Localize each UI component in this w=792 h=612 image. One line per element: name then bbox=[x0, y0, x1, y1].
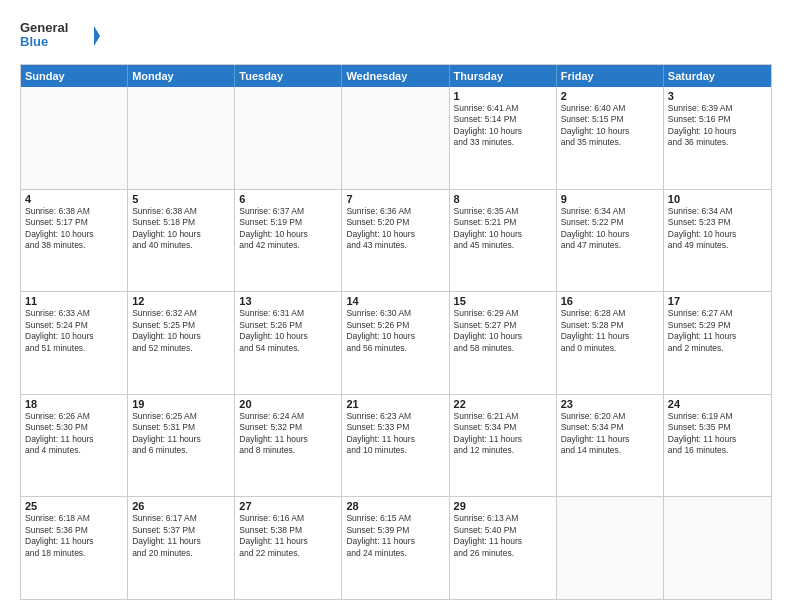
cal-header-cell: Friday bbox=[557, 65, 664, 87]
cal-cell: 22Sunrise: 6:21 AM Sunset: 5:34 PM Dayli… bbox=[450, 395, 557, 497]
svg-marker-2 bbox=[94, 26, 100, 46]
cell-info: Sunrise: 6:38 AM Sunset: 5:18 PM Dayligh… bbox=[132, 206, 230, 252]
cal-cell: 25Sunrise: 6:18 AM Sunset: 5:36 PM Dayli… bbox=[21, 497, 128, 599]
cal-row: 18Sunrise: 6:26 AM Sunset: 5:30 PM Dayli… bbox=[21, 394, 771, 497]
cell-info: Sunrise: 6:34 AM Sunset: 5:23 PM Dayligh… bbox=[668, 206, 767, 252]
cal-row: 25Sunrise: 6:18 AM Sunset: 5:36 PM Dayli… bbox=[21, 496, 771, 599]
cal-cell: 7Sunrise: 6:36 AM Sunset: 5:20 PM Daylig… bbox=[342, 190, 449, 292]
calendar: SundayMondayTuesdayWednesdayThursdayFrid… bbox=[20, 64, 772, 600]
cal-cell bbox=[664, 497, 771, 599]
page: General Blue SundayMondayTuesdayWednesda… bbox=[0, 0, 792, 612]
cal-cell: 8Sunrise: 6:35 AM Sunset: 5:21 PM Daylig… bbox=[450, 190, 557, 292]
day-number: 6 bbox=[239, 193, 337, 205]
day-number: 22 bbox=[454, 398, 552, 410]
cell-info: Sunrise: 6:23 AM Sunset: 5:33 PM Dayligh… bbox=[346, 411, 444, 457]
cal-cell: 18Sunrise: 6:26 AM Sunset: 5:30 PM Dayli… bbox=[21, 395, 128, 497]
cal-cell: 24Sunrise: 6:19 AM Sunset: 5:35 PM Dayli… bbox=[664, 395, 771, 497]
cell-info: Sunrise: 6:31 AM Sunset: 5:26 PM Dayligh… bbox=[239, 308, 337, 354]
cell-info: Sunrise: 6:41 AM Sunset: 5:14 PM Dayligh… bbox=[454, 103, 552, 149]
cell-info: Sunrise: 6:37 AM Sunset: 5:19 PM Dayligh… bbox=[239, 206, 337, 252]
cell-info: Sunrise: 6:40 AM Sunset: 5:15 PM Dayligh… bbox=[561, 103, 659, 149]
calendar-header: SundayMondayTuesdayWednesdayThursdayFrid… bbox=[21, 65, 771, 87]
cal-cell: 21Sunrise: 6:23 AM Sunset: 5:33 PM Dayli… bbox=[342, 395, 449, 497]
cell-info: Sunrise: 6:19 AM Sunset: 5:35 PM Dayligh… bbox=[668, 411, 767, 457]
day-number: 18 bbox=[25, 398, 123, 410]
cal-row: 4Sunrise: 6:38 AM Sunset: 5:17 PM Daylig… bbox=[21, 189, 771, 292]
calendar-body: 1Sunrise: 6:41 AM Sunset: 5:14 PM Daylig… bbox=[21, 87, 771, 599]
cal-header-cell: Tuesday bbox=[235, 65, 342, 87]
header: General Blue bbox=[20, 16, 772, 56]
cal-cell: 4Sunrise: 6:38 AM Sunset: 5:17 PM Daylig… bbox=[21, 190, 128, 292]
cell-info: Sunrise: 6:21 AM Sunset: 5:34 PM Dayligh… bbox=[454, 411, 552, 457]
cell-info: Sunrise: 6:34 AM Sunset: 5:22 PM Dayligh… bbox=[561, 206, 659, 252]
cal-cell: 15Sunrise: 6:29 AM Sunset: 5:27 PM Dayli… bbox=[450, 292, 557, 394]
day-number: 5 bbox=[132, 193, 230, 205]
cal-cell bbox=[21, 87, 128, 189]
cell-info: Sunrise: 6:35 AM Sunset: 5:21 PM Dayligh… bbox=[454, 206, 552, 252]
cell-info: Sunrise: 6:30 AM Sunset: 5:26 PM Dayligh… bbox=[346, 308, 444, 354]
cal-header-cell: Sunday bbox=[21, 65, 128, 87]
day-number: 7 bbox=[346, 193, 444, 205]
day-number: 11 bbox=[25, 295, 123, 307]
cal-cell: 3Sunrise: 6:39 AM Sunset: 5:16 PM Daylig… bbox=[664, 87, 771, 189]
day-number: 1 bbox=[454, 90, 552, 102]
cal-header-cell: Thursday bbox=[450, 65, 557, 87]
day-number: 17 bbox=[668, 295, 767, 307]
day-number: 23 bbox=[561, 398, 659, 410]
cal-cell: 14Sunrise: 6:30 AM Sunset: 5:26 PM Dayli… bbox=[342, 292, 449, 394]
day-number: 13 bbox=[239, 295, 337, 307]
day-number: 12 bbox=[132, 295, 230, 307]
day-number: 26 bbox=[132, 500, 230, 512]
cal-cell: 11Sunrise: 6:33 AM Sunset: 5:24 PM Dayli… bbox=[21, 292, 128, 394]
cal-cell: 9Sunrise: 6:34 AM Sunset: 5:22 PM Daylig… bbox=[557, 190, 664, 292]
cal-cell: 17Sunrise: 6:27 AM Sunset: 5:29 PM Dayli… bbox=[664, 292, 771, 394]
day-number: 21 bbox=[346, 398, 444, 410]
cell-info: Sunrise: 6:18 AM Sunset: 5:36 PM Dayligh… bbox=[25, 513, 123, 559]
cal-cell: 13Sunrise: 6:31 AM Sunset: 5:26 PM Dayli… bbox=[235, 292, 342, 394]
cal-cell: 20Sunrise: 6:24 AM Sunset: 5:32 PM Dayli… bbox=[235, 395, 342, 497]
cell-info: Sunrise: 6:24 AM Sunset: 5:32 PM Dayligh… bbox=[239, 411, 337, 457]
cal-cell bbox=[128, 87, 235, 189]
cell-info: Sunrise: 6:25 AM Sunset: 5:31 PM Dayligh… bbox=[132, 411, 230, 457]
cell-info: Sunrise: 6:27 AM Sunset: 5:29 PM Dayligh… bbox=[668, 308, 767, 354]
cal-header-cell: Wednesday bbox=[342, 65, 449, 87]
day-number: 19 bbox=[132, 398, 230, 410]
cal-cell: 29Sunrise: 6:13 AM Sunset: 5:40 PM Dayli… bbox=[450, 497, 557, 599]
cal-cell: 10Sunrise: 6:34 AM Sunset: 5:23 PM Dayli… bbox=[664, 190, 771, 292]
cell-info: Sunrise: 6:20 AM Sunset: 5:34 PM Dayligh… bbox=[561, 411, 659, 457]
day-number: 28 bbox=[346, 500, 444, 512]
cell-info: Sunrise: 6:38 AM Sunset: 5:17 PM Dayligh… bbox=[25, 206, 123, 252]
cal-cell: 27Sunrise: 6:16 AM Sunset: 5:38 PM Dayli… bbox=[235, 497, 342, 599]
day-number: 9 bbox=[561, 193, 659, 205]
day-number: 29 bbox=[454, 500, 552, 512]
day-number: 24 bbox=[668, 398, 767, 410]
cell-info: Sunrise: 6:39 AM Sunset: 5:16 PM Dayligh… bbox=[668, 103, 767, 149]
cal-cell bbox=[235, 87, 342, 189]
cal-cell: 2Sunrise: 6:40 AM Sunset: 5:15 PM Daylig… bbox=[557, 87, 664, 189]
cal-row: 1Sunrise: 6:41 AM Sunset: 5:14 PM Daylig… bbox=[21, 87, 771, 189]
cal-cell: 6Sunrise: 6:37 AM Sunset: 5:19 PM Daylig… bbox=[235, 190, 342, 292]
day-number: 10 bbox=[668, 193, 767, 205]
cell-info: Sunrise: 6:29 AM Sunset: 5:27 PM Dayligh… bbox=[454, 308, 552, 354]
cal-cell: 5Sunrise: 6:38 AM Sunset: 5:18 PM Daylig… bbox=[128, 190, 235, 292]
svg-text:Blue: Blue bbox=[20, 34, 48, 49]
cell-info: Sunrise: 6:13 AM Sunset: 5:40 PM Dayligh… bbox=[454, 513, 552, 559]
day-number: 25 bbox=[25, 500, 123, 512]
day-number: 14 bbox=[346, 295, 444, 307]
day-number: 20 bbox=[239, 398, 337, 410]
day-number: 3 bbox=[668, 90, 767, 102]
cal-row: 11Sunrise: 6:33 AM Sunset: 5:24 PM Dayli… bbox=[21, 291, 771, 394]
svg-text:General: General bbox=[20, 20, 68, 35]
cal-cell bbox=[342, 87, 449, 189]
day-number: 8 bbox=[454, 193, 552, 205]
cell-info: Sunrise: 6:16 AM Sunset: 5:38 PM Dayligh… bbox=[239, 513, 337, 559]
cal-header-cell: Monday bbox=[128, 65, 235, 87]
cell-info: Sunrise: 6:15 AM Sunset: 5:39 PM Dayligh… bbox=[346, 513, 444, 559]
cal-cell: 1Sunrise: 6:41 AM Sunset: 5:14 PM Daylig… bbox=[450, 87, 557, 189]
cal-cell: 12Sunrise: 6:32 AM Sunset: 5:25 PM Dayli… bbox=[128, 292, 235, 394]
cal-cell bbox=[557, 497, 664, 599]
logo: General Blue bbox=[20, 16, 100, 56]
day-number: 27 bbox=[239, 500, 337, 512]
cal-header-cell: Saturday bbox=[664, 65, 771, 87]
day-number: 2 bbox=[561, 90, 659, 102]
